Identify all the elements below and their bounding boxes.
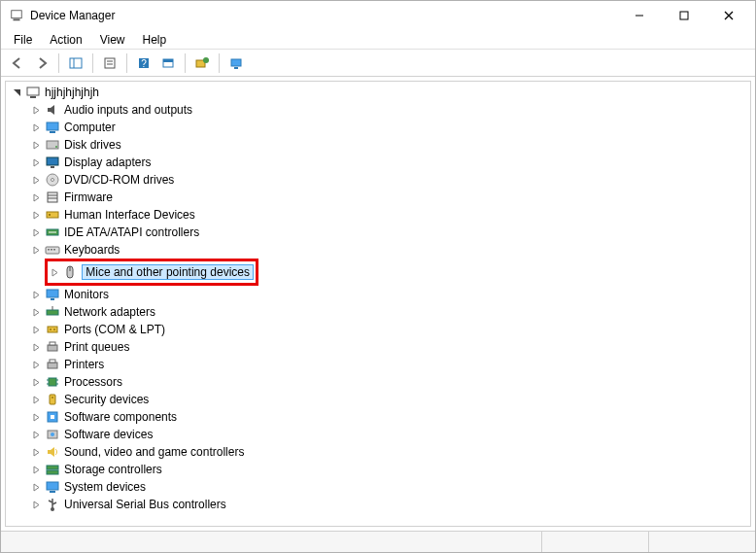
menu-file[interactable]: File bbox=[5, 31, 41, 49]
tree-category-row[interactable]: Keyboards bbox=[29, 241, 750, 259]
category-label[interactable]: Security devices bbox=[64, 393, 149, 406]
category-label[interactable]: Audio inputs and outputs bbox=[64, 103, 192, 117]
category-label[interactable]: DVD/CD-ROM drives bbox=[64, 173, 174, 187]
tree-category-row[interactable]: Monitors bbox=[29, 286, 750, 303]
root-label[interactable]: hjjhjhjhjhjh bbox=[45, 86, 99, 99]
category-label[interactable]: Software devices bbox=[64, 428, 153, 441]
expander-closed-icon[interactable] bbox=[29, 340, 43, 354]
category-label[interactable]: Print queues bbox=[64, 340, 129, 354]
tree-category-row[interactable]: Printers bbox=[29, 356, 750, 373]
tree-category-row[interactable]: Storage controllers bbox=[29, 461, 750, 478]
tree-category-row[interactable]: Security devices bbox=[29, 391, 750, 408]
tree-category-row[interactable]: System devices bbox=[29, 478, 750, 496]
mouse-icon bbox=[62, 264, 78, 280]
expander-closed-icon[interactable] bbox=[50, 265, 60, 279]
expander-closed-icon[interactable] bbox=[29, 138, 43, 152]
expander-open-icon[interactable] bbox=[10, 86, 23, 99]
expander-closed-icon[interactable] bbox=[29, 410, 43, 424]
category-label[interactable]: Firmware bbox=[64, 190, 113, 204]
category-label[interactable]: Sound, video and game controllers bbox=[64, 445, 244, 459]
tree-category-row[interactable]: Software components bbox=[29, 408, 750, 426]
tree-category-row[interactable]: Computer bbox=[29, 119, 750, 136]
category-label[interactable]: Monitors bbox=[64, 288, 109, 301]
expander-closed-icon[interactable] bbox=[29, 288, 43, 301]
expander-closed-icon[interactable] bbox=[29, 358, 43, 371]
expander-closed-icon[interactable] bbox=[29, 498, 43, 511]
tree-category-row[interactable]: Audio inputs and outputs bbox=[29, 101, 750, 119]
expander-closed-icon[interactable] bbox=[29, 190, 43, 204]
menu-view[interactable]: View bbox=[91, 31, 134, 49]
tree-category-row[interactable]: Display adapters bbox=[29, 154, 750, 171]
tree-category-row[interactable]: Firmware bbox=[29, 189, 750, 206]
back-button[interactable] bbox=[7, 52, 28, 74]
expander-closed-icon[interactable] bbox=[29, 225, 43, 239]
tree-category-row[interactable]: Ports (COM & LPT) bbox=[29, 321, 750, 338]
category-label[interactable]: Mice and other pointing devices bbox=[82, 264, 254, 280]
maximize-button[interactable] bbox=[662, 2, 706, 29]
expander-closed-icon[interactable] bbox=[29, 305, 43, 319]
device-tree[interactable]: hjjhjhjhjhjh Audio inputs and outputsCom… bbox=[5, 81, 751, 527]
svg-point-28 bbox=[52, 179, 54, 182]
expander-closed-icon[interactable] bbox=[29, 393, 43, 406]
expander-closed-icon[interactable] bbox=[29, 208, 43, 222]
expander-closed-icon[interactable] bbox=[29, 103, 43, 117]
forward-button[interactable] bbox=[31, 52, 52, 74]
devices-and-printers-button[interactable] bbox=[225, 52, 247, 74]
tree-category-row[interactable]: Network adapters bbox=[29, 303, 750, 321]
category-label[interactable]: Display adapters bbox=[64, 156, 151, 169]
expander-closed-icon[interactable] bbox=[29, 156, 43, 169]
expander-closed-icon[interactable] bbox=[29, 428, 43, 441]
help-button[interactable]: ? bbox=[133, 52, 155, 74]
expander-closed-icon[interactable] bbox=[29, 323, 43, 336]
tree-category-row[interactable]: Software devices bbox=[29, 426, 750, 443]
tree-category-row[interactable]: Human Interface Devices bbox=[29, 206, 750, 224]
expander-closed-icon[interactable] bbox=[29, 375, 43, 389]
properties-button[interactable] bbox=[99, 52, 120, 74]
svg-rect-65 bbox=[47, 470, 58, 474]
status-cell bbox=[1, 532, 541, 552]
storage-icon bbox=[45, 462, 60, 477]
svg-rect-33 bbox=[49, 214, 51, 216]
expander-closed-icon[interactable] bbox=[29, 480, 43, 494]
tree-category-row[interactable]: IDE ATA/ATAPI controllers bbox=[29, 224, 750, 241]
tree-category-row[interactable]: Print queues bbox=[29, 338, 750, 356]
expander-closed-icon[interactable] bbox=[29, 463, 43, 476]
category-label[interactable]: Keyboards bbox=[64, 243, 120, 257]
expander-closed-icon[interactable] bbox=[29, 243, 43, 257]
tree-category-row[interactable]: Universal Serial Bus controllers bbox=[29, 496, 750, 513]
disk-icon bbox=[45, 137, 60, 153]
tree-category-row[interactable]: DVD/CD-ROM drives bbox=[29, 171, 750, 189]
category-label[interactable]: Printers bbox=[64, 358, 104, 371]
expander-closed-icon[interactable] bbox=[29, 121, 43, 134]
title-bar: Device Manager bbox=[1, 1, 755, 30]
tree-category-row[interactable]: Mice and other pointing devices bbox=[50, 263, 254, 281]
expander-closed-icon[interactable] bbox=[29, 173, 43, 187]
show-hide-tree-button[interactable] bbox=[65, 52, 86, 74]
scan-hardware-button[interactable] bbox=[191, 52, 213, 74]
tree-category-row[interactable]: Disk drives bbox=[29, 136, 750, 154]
tree-root-row[interactable]: hjjhjhjhjhjh bbox=[10, 84, 750, 101]
svg-rect-0 bbox=[12, 11, 22, 18]
category-label[interactable]: Disk drives bbox=[64, 138, 121, 152]
category-label[interactable]: Ports (COM & LPT) bbox=[64, 323, 165, 336]
menu-action[interactable]: Action bbox=[41, 31, 90, 49]
expander-closed-icon[interactable] bbox=[29, 445, 43, 459]
category-label[interactable]: Network adapters bbox=[64, 305, 155, 319]
tree-category-row[interactable]: Processors bbox=[29, 373, 750, 391]
close-button[interactable] bbox=[706, 2, 751, 29]
category-label[interactable]: Universal Serial Bus controllers bbox=[64, 498, 226, 511]
category-label[interactable]: Computer bbox=[64, 121, 116, 134]
menu-help[interactable]: Help bbox=[134, 31, 176, 49]
category-label[interactable]: System devices bbox=[64, 480, 146, 494]
category-label[interactable]: Human Interface Devices bbox=[64, 208, 195, 222]
keyboard-icon bbox=[45, 242, 60, 258]
category-label[interactable]: Storage controllers bbox=[64, 463, 162, 476]
action-button[interactable] bbox=[157, 52, 179, 74]
category-label[interactable]: Processors bbox=[64, 375, 122, 389]
tree-category-row[interactable]: Sound, video and game controllers bbox=[29, 443, 750, 461]
svg-rect-19 bbox=[27, 87, 39, 95]
category-label[interactable]: Software components bbox=[64, 410, 177, 424]
category-label[interactable]: IDE ATA/ATAPI controllers bbox=[64, 225, 199, 239]
minimize-button[interactable] bbox=[617, 2, 662, 29]
computer-node-icon bbox=[25, 85, 41, 100]
